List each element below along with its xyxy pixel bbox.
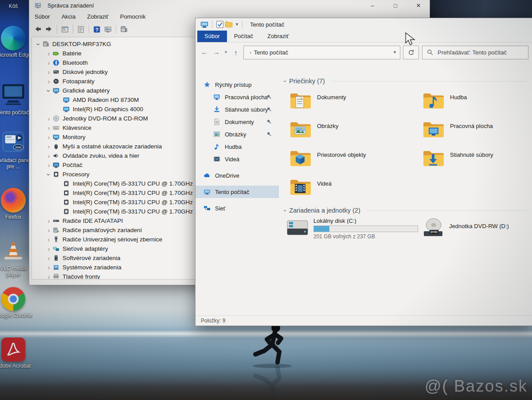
tree-expand-chevron-icon[interactable]: › [46, 245, 52, 252]
device-tree-label: Intel(R) HD Graphics 4000 [73, 106, 143, 113]
device-tree-label: Tlačové fronty [63, 273, 100, 280]
desktop-icon-chrome[interactable]: Google Chrome [0, 287, 34, 318]
ribbon-tab-2[interactable]: Zobraziť [260, 31, 296, 42]
devmgr-menu-1[interactable]: Akcia [62, 13, 76, 20]
nav-pane-item[interactable]: Stiahnuté súbory [196, 103, 279, 116]
display-icon [53, 87, 60, 94]
qat-new-folder-icon[interactable] [224, 20, 233, 28]
collapse-chevron-icon[interactable]: › [282, 80, 289, 82]
devmgr-menu-2[interactable]: Zobraziť [87, 13, 109, 20]
refresh-button[interactable] [403, 46, 419, 59]
recent-locations-chevron-icon[interactable]: ▼ [224, 50, 228, 54]
nav-pane-item[interactable]: OneDrive [196, 169, 279, 182]
folder-item[interactable]: Pracovná plocha [422, 120, 532, 149]
address-dropdown-chevron-icon[interactable]: ▼ [393, 50, 397, 54]
nav-pane-item[interactable]: Rýchly prístup [196, 78, 279, 91]
qat-properties-icon[interactable] [215, 20, 224, 28]
device-tree-label: Softvérové zariadenia [63, 255, 121, 261]
tree-expand-chevron-icon[interactable]: › [46, 124, 52, 132]
folder-item[interactable]: Hudba [422, 91, 532, 120]
folder-item[interactable]: Priestorové objekty [289, 149, 422, 178]
tree-expand-chevron-icon[interactable]: › [46, 217, 52, 225]
back-button[interactable]: ← [200, 48, 209, 56]
drive-c-item[interactable]: Lokálny disk (C:) 201 GB voľných z 237 G… [286, 217, 418, 241]
tree-expand-chevron-icon[interactable]: › [45, 171, 52, 178]
devmgr-menu-0[interactable]: Súbor [35, 13, 50, 20]
desktop-icon-acrobat[interactable]: Adobe Acrobat [0, 338, 34, 369]
minimize-button[interactable]: – [369, 2, 376, 9]
tree-expand-chevron-icon[interactable]: › [46, 227, 52, 234]
tree-expand-chevron-icon[interactable]: › [46, 273, 52, 280]
nav-pane-item[interactable]: Pracovná plocha [196, 91, 279, 103]
forward-toolbar-button[interactable] [43, 24, 55, 34]
vlc-icon [1, 237, 26, 264]
tree-expand-chevron-icon[interactable]: › [46, 78, 52, 85]
folder-item[interactable]: Stiahnuté súbory [422, 149, 532, 178]
tree-expand-chevron-icon[interactable]: › [46, 134, 52, 141]
console-toolbar-button[interactable] [59, 24, 70, 34]
drive-d-item[interactable]: DVD Jednotka DVD-RW (D:) [422, 217, 509, 241]
devices-section-header[interactable]: › Zariadenia a jednotky (2) [284, 207, 527, 214]
tree-expand-chevron-icon[interactable]: › [46, 264, 52, 271]
nav-pane-item[interactable]: Tento počítač [196, 186, 279, 198]
folder-item[interactable]: Videá [289, 178, 422, 206]
help-toolbar-button[interactable]: ? [91, 24, 102, 34]
device-tree-label: Jednotky DVD-ROM a CD-ROM [63, 115, 148, 122]
qat-customize-chevron-icon[interactable]: ▼ [235, 22, 239, 27]
tree-expand-chevron-icon[interactable]: › [46, 50, 52, 57]
maximize-button[interactable]: □ [392, 2, 399, 9]
tree-expand-chevron-icon[interactable]: › [46, 69, 52, 76]
device-tree-label: AMD Radeon HD 8730M [73, 97, 139, 103]
properties-toolbar-button[interactable] [75, 24, 86, 34]
nav-pane-label: Dokumenty [225, 119, 254, 125]
tree-expand-chevron-icon[interactable]: › [46, 236, 52, 243]
tree-expand-chevron-icon[interactable]: › [35, 41, 42, 47]
tree-expand-chevron-icon[interactable]: › [45, 88, 52, 94]
tree-expand-chevron-icon[interactable]: › [46, 143, 52, 150]
tree-expand-chevron-icon[interactable]: › [46, 152, 52, 159]
nav-pane-item[interactable]: Hudba [196, 140, 279, 153]
nav-pane-item[interactable]: Sieť [196, 202, 279, 214]
star-icon [203, 81, 211, 88]
nav-pane-label: OneDrive [215, 172, 239, 179]
folder-icon-cube [289, 149, 312, 169]
drive-c-capacity: 201 GB voľných z 237 GB [313, 233, 418, 240]
toolbar-separator [116, 25, 116, 34]
up-button[interactable]: ↑ [231, 49, 240, 56]
folder-item[interactable]: Dokumenty [289, 91, 422, 120]
net-icon [203, 205, 211, 212]
toolbar-separator [89, 25, 89, 34]
device-tree-label: Intel(R) Core(TM) i5-3317U CPU @ 1.70GHz [73, 180, 193, 187]
scan-toolbar-button[interactable] [102, 24, 113, 34]
tree-expand-chevron-icon[interactable]: › [46, 162, 52, 169]
explorer-window-title: Tento počítač [250, 21, 284, 28]
video-icon [213, 155, 221, 163]
tree-expand-chevron-icon[interactable]: › [46, 59, 52, 66]
nav-pane-item[interactable]: Videá [196, 153, 279, 165]
collapse-chevron-icon[interactable]: › [282, 210, 289, 211]
ribbon-tab-1[interactable]: Počítač [227, 31, 260, 42]
storage-icon [53, 227, 60, 233]
close-button[interactable]: ✕ [415, 2, 422, 9]
folders-section-header[interactable]: › Priečinky (7) [284, 78, 527, 85]
nav-pane-item[interactable]: Obrázky [196, 128, 279, 140]
picture-icon [213, 131, 221, 138]
device-tree-label: Procesory [63, 171, 90, 178]
search-box[interactable]: Prehľadávať: Tento počítač [422, 46, 528, 59]
computer-icon [120, 26, 128, 33]
tree-expand-chevron-icon[interactable]: › [46, 115, 52, 122]
folder-item[interactable]: Obrázky [289, 120, 422, 149]
back-toolbar-button[interactable] [32, 24, 43, 34]
folder-icon-desktop [422, 120, 445, 140]
computer-toolbar-button[interactable] [118, 24, 129, 34]
forward-button[interactable]: → [212, 48, 221, 56]
navigation-pane: Rýchly prístup Pracovná plocha Stiahnuté… [196, 62, 279, 316]
devmgr-menu-3[interactable]: Pomocník [120, 13, 146, 20]
address-bar[interactable]: › Tento počítač ▼ [243, 46, 400, 59]
tree-expand-chevron-icon[interactable]: › [46, 255, 52, 262]
nav-pane-item[interactable]: Dokumenty [196, 116, 279, 128]
ribbon-tab-0[interactable]: Súbor [197, 31, 227, 42]
device-tree-label: Systémové zariadenia [63, 264, 121, 271]
breadcrumb-location[interactable]: Tento počítač [254, 49, 288, 56]
svg-text:DVD: DVD [430, 230, 438, 234]
